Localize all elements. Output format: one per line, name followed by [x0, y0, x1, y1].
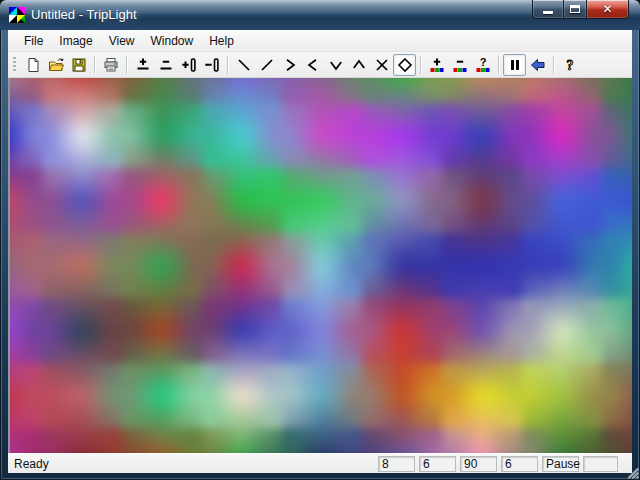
slash-icon — [259, 57, 275, 73]
chevron-left-icon — [305, 57, 321, 73]
canvas-tile — [362, 168, 442, 233]
canvas-tile — [42, 298, 122, 363]
rgb-remove-button[interactable] — [448, 54, 471, 76]
canvas-tile — [522, 233, 602, 298]
pause-button[interactable] — [503, 54, 526, 76]
increase-columns-button[interactable] — [177, 54, 200, 76]
about-help-button[interactable]: ? — [558, 54, 581, 76]
canvas-tile — [522, 78, 602, 103]
canvas-tile — [122, 168, 202, 233]
new-button[interactable] — [21, 54, 44, 76]
status-pane-mode: Pause — [542, 456, 579, 472]
menu-item-image[interactable]: Image — [51, 31, 100, 51]
chevron-up-icon — [351, 57, 367, 73]
diamond-icon — [397, 57, 413, 73]
direction-up-button[interactable] — [347, 54, 370, 76]
canvas-tile — [442, 363, 522, 428]
back-button[interactable] — [526, 54, 549, 76]
caption-buttons: ✕ — [532, 0, 629, 19]
canvas-tile — [522, 168, 602, 233]
canvas-tile — [8, 298, 42, 363]
open-folder-icon — [48, 57, 64, 73]
save-button[interactable] — [67, 54, 90, 76]
canvas-tile — [442, 428, 522, 453]
app-window: Untitled - TripLight ✕ FileImageViewWind… — [0, 0, 640, 480]
close-icon: ✕ — [602, 3, 612, 15]
canvas-tile — [602, 428, 632, 453]
window-title: Untitled - TripLight — [31, 7, 137, 22]
direction-left-button[interactable] — [301, 54, 324, 76]
canvas-tile — [522, 103, 602, 168]
svg-text:?: ? — [479, 57, 486, 68]
canvas-tile — [122, 428, 202, 453]
canvas-tile — [442, 78, 522, 103]
toolbar-separator — [227, 56, 228, 74]
toolbar-separator — [553, 56, 554, 74]
canvas-tile — [8, 168, 42, 233]
canvas-tile — [282, 78, 362, 103]
canvas-tile — [602, 298, 632, 363]
canvas-tile — [362, 103, 442, 168]
canvas-tile — [42, 103, 122, 168]
maximize-button[interactable] — [563, 0, 587, 19]
direction-diamond-button[interactable] — [393, 54, 416, 76]
direction-diagonal-down-button[interactable] — [232, 54, 255, 76]
canvas-tile — [522, 428, 602, 453]
print-button[interactable] — [99, 54, 122, 76]
canvas-tile — [282, 233, 362, 298]
menu-item-help[interactable]: Help — [201, 31, 242, 51]
decrease-rows-button[interactable] — [154, 54, 177, 76]
toolbar-separator — [126, 56, 127, 74]
canvas-tile — [122, 78, 202, 103]
plus-column-icon — [181, 57, 197, 73]
status-pane-depth: 6 — [501, 456, 538, 472]
back-arrow-icon — [530, 57, 546, 73]
status-pane-empty — [583, 456, 618, 472]
minimize-button[interactable] — [532, 0, 563, 19]
rgb-question-icon: ? — [475, 57, 491, 73]
canvas-tile — [42, 428, 122, 453]
menu-item-file[interactable]: File — [16, 31, 51, 51]
toolbar: ?? — [8, 52, 632, 78]
resize-grip-handle[interactable] — [625, 465, 639, 479]
direction-down-button[interactable] — [324, 54, 347, 76]
canvas-tile — [602, 233, 632, 298]
increase-rows-button[interactable] — [131, 54, 154, 76]
canvas-tile — [122, 363, 202, 428]
canvas-tile — [442, 298, 522, 363]
help-question-icon: ? — [562, 57, 578, 73]
menu-item-window[interactable]: Window — [143, 31, 202, 51]
titlebar[interactable]: Untitled - TripLight ✕ — [0, 0, 640, 30]
canvas-tile — [282, 298, 362, 363]
status-pane-angle: 90 — [460, 456, 497, 472]
rgb-add-button[interactable] — [425, 54, 448, 76]
close-button[interactable]: ✕ — [587, 0, 629, 19]
canvas-tile — [442, 168, 522, 233]
canvas-tile — [602, 103, 632, 168]
canvas-tile — [602, 363, 632, 428]
pause-icon — [507, 57, 523, 73]
plus-row-icon — [135, 57, 151, 73]
new-document-icon — [25, 57, 41, 73]
toolbar-separator — [498, 56, 499, 74]
toolbar-gripper[interactable] — [13, 57, 16, 73]
canvas-tile — [362, 298, 442, 363]
menu-item-view[interactable]: View — [101, 31, 143, 51]
canvas-tile — [202, 78, 282, 103]
rgb-random-button[interactable]: ? — [471, 54, 494, 76]
printer-icon — [103, 57, 119, 73]
canvas-tile — [522, 363, 602, 428]
canvas-tile — [42, 78, 122, 103]
canvas-tile — [8, 363, 42, 428]
direction-diagonal-up-button[interactable] — [255, 54, 278, 76]
canvas-tile — [362, 363, 442, 428]
decrease-columns-button[interactable] — [200, 54, 223, 76]
direction-cross-button[interactable] — [370, 54, 393, 76]
toolbar-separator — [94, 56, 95, 74]
direction-right-button[interactable] — [278, 54, 301, 76]
rgb-plus-icon — [429, 57, 445, 73]
open-button[interactable] — [44, 54, 67, 76]
status-pane-cols: 6 — [419, 456, 456, 472]
canvas-tile — [602, 78, 632, 103]
cross-icon — [374, 57, 390, 73]
